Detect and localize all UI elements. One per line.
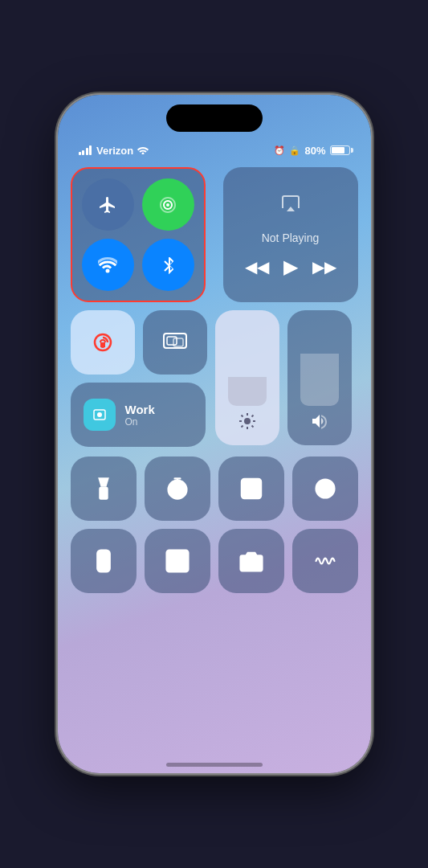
volume-slider[interactable] bbox=[287, 310, 352, 445]
wifi-button[interactable] bbox=[82, 239, 134, 291]
status-bar: Verizon ⏰ 🔒 80% bbox=[58, 138, 371, 162]
wifi-status-icon bbox=[137, 145, 149, 157]
control-center: Not Playing ◀◀ ▶ ▶▶ bbox=[71, 167, 358, 757]
svg-rect-25 bbox=[244, 492, 249, 495]
cellular-button[interactable] bbox=[142, 178, 194, 231]
alarm-icon: ⏰ bbox=[274, 145, 285, 156]
battery-indicator bbox=[330, 145, 350, 155]
phone-frame: Verizon ⏰ 🔒 80% bbox=[58, 95, 371, 773]
status-right: ⏰ 🔒 80% bbox=[274, 145, 349, 157]
svg-line-15 bbox=[241, 426, 243, 428]
bluetooth-button[interactable] bbox=[142, 239, 194, 291]
airplane-mode-button[interactable] bbox=[82, 178, 134, 231]
svg-rect-33 bbox=[100, 567, 106, 569]
svg-line-12 bbox=[241, 416, 243, 417]
svg-rect-26 bbox=[253, 492, 258, 499]
airplay-icon[interactable] bbox=[279, 192, 302, 220]
screen-mirror-button[interactable] bbox=[143, 310, 207, 375]
battery-icon bbox=[330, 145, 350, 155]
svg-point-28 bbox=[320, 484, 329, 493]
brightness-slider[interactable] bbox=[215, 310, 279, 445]
svg-point-36 bbox=[249, 560, 253, 564]
svg-line-14 bbox=[251, 416, 253, 417]
voice-memo-button[interactable] bbox=[292, 529, 358, 593]
volume-icon bbox=[310, 412, 329, 434]
svg-point-17 bbox=[97, 412, 102, 417]
status-left: Verizon bbox=[79, 145, 150, 157]
now-playing-status: Not Playing bbox=[262, 231, 320, 244]
flashlight-button[interactable] bbox=[71, 457, 137, 521]
screen-record-button[interactable] bbox=[292, 457, 358, 521]
media-controls: ◀◀ ▶ ▶▶ bbox=[245, 256, 336, 278]
signal-bars bbox=[79, 145, 92, 155]
svg-rect-20 bbox=[241, 479, 261, 499]
fast-forward-button[interactable]: ▶▶ bbox=[312, 257, 336, 276]
svg-rect-21 bbox=[244, 481, 249, 485]
bottom-row-2 bbox=[71, 529, 358, 593]
metrics-button[interactable] bbox=[145, 529, 210, 593]
remote-button[interactable] bbox=[71, 529, 137, 593]
carrier-name: Verizon bbox=[96, 145, 133, 157]
camera-button[interactable] bbox=[218, 529, 284, 593]
work-on-button[interactable]: Work On bbox=[71, 383, 206, 447]
timer-button[interactable] bbox=[145, 457, 210, 521]
svg-rect-18 bbox=[99, 487, 108, 500]
dynamic-island bbox=[166, 104, 263, 132]
connectivity-block bbox=[71, 167, 206, 302]
svg-point-1 bbox=[166, 203, 169, 207]
screen-lock-button[interactable] bbox=[71, 310, 135, 375]
now-playing-widget: Not Playing ◀◀ ▶ ▶▶ bbox=[223, 167, 358, 302]
svg-rect-31 bbox=[100, 560, 106, 562]
work-sublabel: On bbox=[125, 416, 155, 428]
work-icon bbox=[84, 399, 116, 431]
battery-fill bbox=[332, 147, 345, 154]
play-button[interactable]: ▶ bbox=[283, 256, 298, 278]
work-text: Work On bbox=[125, 403, 155, 428]
brightness-icon bbox=[238, 412, 256, 434]
svg-rect-32 bbox=[100, 563, 106, 565]
rotation-lock-icon: 🔒 bbox=[289, 145, 300, 156]
calculator-button[interactable] bbox=[218, 457, 284, 521]
svg-rect-24 bbox=[253, 487, 258, 490]
svg-point-30 bbox=[101, 554, 105, 558]
work-on-row: Work On bbox=[71, 383, 206, 447]
svg-line-13 bbox=[251, 426, 253, 428]
work-label: Work bbox=[125, 403, 155, 416]
battery-percent: 80% bbox=[304, 145, 325, 157]
svg-point-7 bbox=[244, 418, 251, 424]
rewind-button[interactable]: ◀◀ bbox=[245, 257, 269, 276]
bottom-row-1 bbox=[71, 457, 358, 521]
svg-rect-23 bbox=[244, 487, 249, 490]
home-indicator[interactable] bbox=[166, 763, 263, 767]
svg-rect-22 bbox=[253, 481, 258, 485]
